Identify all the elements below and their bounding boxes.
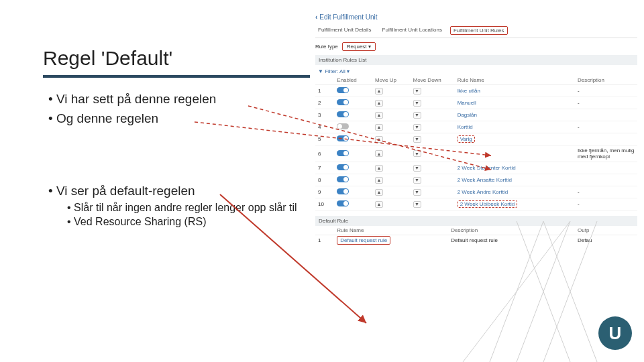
- rule-name-link[interactable]: 2 Week Ansatte Korttid: [458, 177, 512, 183]
- enabled-toggle[interactable]: [337, 123, 349, 129]
- default-rule-link[interactable]: Default request rule: [337, 236, 390, 245]
- table-row: 7 ▲ ▼ 2 Week Studenter Kortid: [315, 162, 637, 174]
- slide-title: Regel 'Default': [43, 47, 172, 70]
- moveup-button[interactable]: ▲: [375, 189, 383, 196]
- table-row: 6 ▲ ▼ Ikke fjernlån, men mulig med fjern…: [315, 145, 637, 162]
- rule-type-select[interactable]: Request ▾: [342, 42, 376, 51]
- table-row: 8 ▲ ▼ 2 Week Ansatte Korttid: [315, 174, 637, 186]
- enabled-toggle[interactable]: [337, 87, 349, 93]
- rule-type-value: Request: [347, 44, 367, 50]
- moveup-button[interactable]: ▲: [375, 88, 383, 95]
- movedown-button[interactable]: ▼: [413, 177, 421, 184]
- defrow-out: Defau: [578, 237, 635, 243]
- moveup-button[interactable]: ▲: [375, 112, 383, 119]
- tabs: Fulfillment Unit Details Fulfillment Uni…: [315, 23, 637, 38]
- rule-name-link[interactable]: 2 Week Studenter Kortid: [458, 165, 516, 171]
- enabled-toggle[interactable]: [337, 164, 349, 170]
- moveup-button[interactable]: ▲: [375, 177, 383, 184]
- movedown-button[interactable]: ▼: [413, 88, 421, 95]
- dcol-name: Rule Name: [337, 227, 451, 233]
- movedown-button[interactable]: ▼: [413, 150, 421, 157]
- title-underline: [43, 75, 310, 78]
- enabled-toggle[interactable]: [337, 150, 349, 156]
- table-header: Enabled Move Up Move Down Rule Name Desc…: [315, 76, 637, 85]
- filter-label: Filter: All: [325, 68, 345, 74]
- moveup-button[interactable]: ▲: [375, 100, 383, 107]
- movedown-button[interactable]: ▼: [413, 112, 421, 119]
- row-desc: -: [578, 88, 635, 94]
- rule-type-label: Rule type: [315, 44, 338, 50]
- row-desc: -: [578, 124, 635, 130]
- movedown-button[interactable]: ▼: [413, 189, 421, 196]
- enabled-toggle[interactable]: [337, 99, 349, 105]
- tab-rules[interactable]: Fulfillment Unit Rules: [450, 26, 508, 35]
- table-row: 2 ▲ ▼ Manuell -: [315, 97, 637, 109]
- row-desc: -: [578, 189, 635, 195]
- table-row: 4 ▲ ▼ Korttid -: [315, 121, 637, 133]
- movedown-button[interactable]: ▼: [413, 165, 421, 172]
- tab-details[interactable]: Fulfillment Unit Details: [315, 26, 374, 35]
- filter-row[interactable]: ▼ Filter: All ▾: [315, 67, 637, 76]
- moveup-button[interactable]: ▲: [375, 136, 383, 143]
- movedown-button[interactable]: ▼: [413, 100, 421, 107]
- col-movedown: Move Down: [413, 77, 458, 83]
- table-row: 5 ▲ ▼ Varig: [315, 133, 637, 145]
- bullet-3-text: Vi ser på default-regelen: [56, 184, 195, 198]
- back-link-label: Edit Fulfillment Unit: [319, 13, 377, 21]
- sub-bullet-2-text: Ved Resource Sharing (RS): [74, 216, 206, 227]
- table-row: 3 ▲ ▼ Dagslån: [315, 109, 637, 121]
- bullet-1: • Vi har sett på denne regelen: [48, 90, 216, 109]
- moveup-button[interactable]: ▲: [375, 124, 383, 131]
- col-moveup: Move Up: [375, 77, 413, 83]
- row-num: 9: [318, 189, 337, 195]
- movedown-button[interactable]: ▼: [413, 201, 421, 208]
- row-num: 7: [318, 165, 337, 171]
- moveup-button[interactable]: ▲: [375, 150, 383, 157]
- rule-name-link[interactable]: Dagslån: [458, 112, 477, 118]
- col-rulename: Rule Name: [458, 77, 578, 83]
- moveup-button[interactable]: ▲: [375, 165, 383, 172]
- rule-name-link[interactable]: Korttid: [458, 124, 473, 130]
- row-desc: -: [578, 100, 635, 106]
- rule-name-link[interactable]: Manuell: [458, 100, 476, 106]
- bullet-2-text: Og denne regelen: [56, 111, 158, 125]
- bullet-3: • Vi ser på default-regelen: [48, 182, 297, 200]
- chevron-left-icon: ‹: [315, 13, 317, 21]
- rule-name-link[interactable]: 2 Week Ubibeek Kortid: [458, 200, 518, 208]
- back-link[interactable]: ‹Edit Fulfillment Unit: [315, 13, 637, 21]
- default-table-header: Rule Name Description Outp: [315, 226, 637, 235]
- logo-badge: U: [598, 316, 632, 350]
- row-num: 2: [318, 100, 337, 106]
- enabled-toggle[interactable]: [337, 135, 349, 141]
- rule-name-link[interactable]: Varig: [458, 135, 475, 143]
- default-rule-row: 1 Default request rule Default request r…: [315, 235, 637, 245]
- enabled-toggle[interactable]: [337, 176, 349, 182]
- row-num: 5: [318, 136, 337, 142]
- default-rule-header: Default Rule: [315, 216, 637, 226]
- row-num: 1: [318, 88, 337, 94]
- enabled-toggle[interactable]: [337, 188, 349, 194]
- top-bullets: • Vi har sett på denne regelen • Og denn…: [48, 90, 216, 129]
- tab-locations[interactable]: Fulfillment Unit Locations: [380, 26, 445, 35]
- row-desc: Ikke fjernlån, men mulig med fjernkopi: [578, 147, 635, 160]
- rules-table: Enabled Move Up Move Down Rule Name Desc…: [315, 76, 637, 210]
- moveup-button[interactable]: ▲: [375, 201, 383, 208]
- row-num: 4: [318, 124, 337, 130]
- movedown-button[interactable]: ▼: [413, 136, 421, 143]
- row-desc: -: [578, 201, 635, 207]
- rule-name-link[interactable]: 2 Week Andre Korttid: [458, 189, 508, 195]
- table-row: 1 ▲ ▼ Ikke utlån -: [315, 85, 637, 97]
- table-row: 10 ▲ ▼ 2 Week Ubibeek Kortid -: [315, 198, 637, 210]
- rule-type-row: Rule type Request ▾: [315, 42, 637, 51]
- table-row: 9 ▲ ▼ 2 Week Andre Korttid -: [315, 186, 637, 198]
- rules-list-header: Institution Rules List: [315, 55, 637, 65]
- col-desc: Description: [578, 77, 635, 83]
- enabled-toggle[interactable]: [337, 200, 349, 206]
- movedown-button[interactable]: ▼: [413, 124, 421, 131]
- bullet-1-text: Vi har sett på denne regelen: [56, 92, 216, 106]
- enabled-toggle[interactable]: [337, 111, 349, 117]
- sub-bullet-1: • Slår til når ingen andre regler lenger…: [67, 201, 297, 215]
- col-enabled: Enabled: [337, 77, 375, 83]
- rule-name-link[interactable]: Ikke utlån: [458, 88, 480, 94]
- app-screenshot: ‹Edit Fulfillment Unit Fulfillment Unit …: [315, 13, 637, 245]
